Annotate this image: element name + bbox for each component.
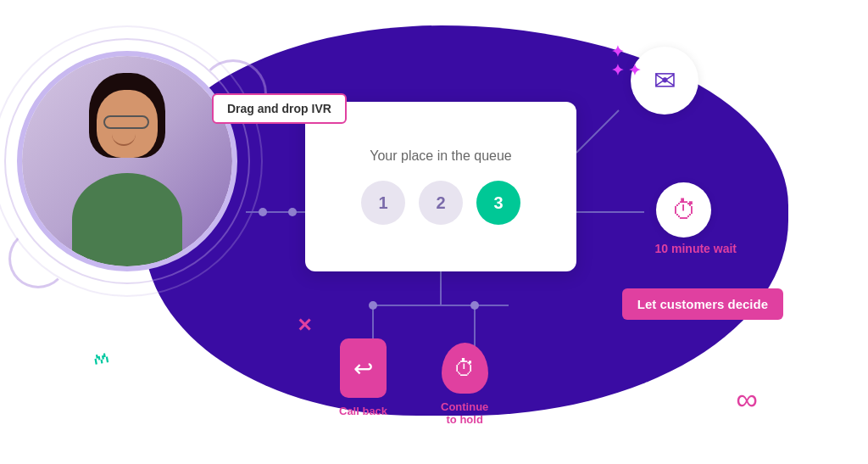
- hold-container: ⏱ Continueto hold: [441, 343, 488, 426]
- callback-arrow-icon: ↩: [353, 355, 373, 383]
- glasses: [103, 115, 149, 129]
- pink-swirl-decoration: ∞: [736, 382, 758, 417]
- person-body: [72, 173, 182, 266]
- wait-label: 10 minute wait: [655, 242, 737, 255]
- queue-text: Your place in the queue: [370, 148, 512, 164]
- drag-drop-label: Drag and drop IVR: [212, 93, 347, 124]
- callback-label: Call back: [339, 405, 387, 417]
- x-decoration: ✕: [297, 315, 312, 337]
- queue-numbers: 1 2 3: [361, 181, 520, 225]
- hold-icon: ⏱: [442, 343, 488, 394]
- avatar: [17, 51, 237, 271]
- queue-number-3: 3: [476, 181, 520, 225]
- queue-number-1: 1: [361, 181, 405, 225]
- callback-container: ↩ Call back: [339, 338, 387, 417]
- stopwatch-icon: ⏱: [453, 355, 476, 382]
- hold-label: Continueto hold: [441, 400, 488, 426]
- teal-swirl-decoration: ꭩ: [90, 343, 111, 380]
- queue-number-2: 2: [419, 181, 463, 225]
- scene: Drag and drop IVR Your place in the queu…: [0, 0, 868, 464]
- smile: [112, 134, 136, 146]
- customers-decide-label: Let customers decide: [622, 288, 783, 320]
- hold-text: Continueto hold: [441, 400, 488, 426]
- callback-icon: ↩: [340, 338, 387, 398]
- email-circle: ✉: [631, 47, 698, 115]
- drag-drop-text: Drag and drop IVR: [227, 102, 331, 115]
- person-face: [97, 90, 158, 158]
- avatar-inner: [22, 56, 232, 266]
- ivr-panel: Your place in the queue 1 2 3: [305, 102, 576, 271]
- email-icon: ✉: [654, 64, 676, 97]
- spark-decoration: ✦✦ ✦: [611, 42, 641, 80]
- timer-circle: ⏱: [656, 182, 711, 238]
- clock-icon: ⏱: [671, 196, 697, 225]
